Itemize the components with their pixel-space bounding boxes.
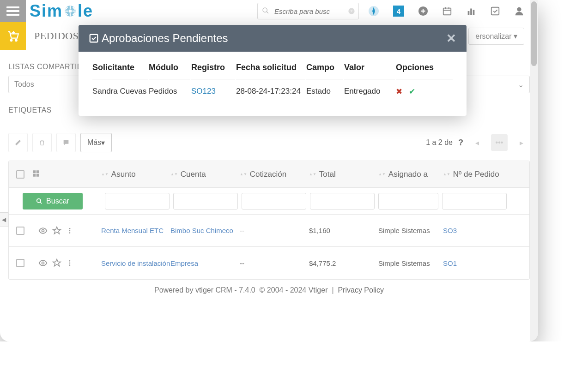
pagination-count[interactable]: ? xyxy=(458,138,463,148)
toolbar: Más ▾ 1 a 2 de ? ◂ ••• ▸ xyxy=(8,133,530,152)
filter-asignado[interactable] xyxy=(378,193,438,209)
th-valor: Valor xyxy=(344,63,395,79)
sort-icon[interactable]: ▲▼ xyxy=(443,173,450,176)
module-icon[interactable] xyxy=(0,22,26,50)
caret-down-icon: ▾ xyxy=(101,138,105,147)
sort-icon[interactable]: ▲▼ xyxy=(309,173,316,176)
scrollbar[interactable] xyxy=(530,0,538,341)
preview-icon[interactable] xyxy=(38,258,48,268)
chevron-down-icon: ⌄ xyxy=(518,80,524,89)
svg-point-41 xyxy=(69,263,71,264)
row-checkbox[interactable] xyxy=(16,227,24,235)
close-icon[interactable]: ✕ xyxy=(446,31,456,46)
search-button[interactable]: Buscar xyxy=(23,193,83,209)
cell-cotizacion: -- xyxy=(240,227,309,234)
cell-pedido[interactable]: SO3 xyxy=(443,227,512,234)
cell-modulo: Pedidos xyxy=(149,80,190,96)
reject-icon[interactable]: ✖ xyxy=(396,87,402,96)
breadcrumb-module[interactable]: PEDIDOS xyxy=(34,30,79,42)
approvals-icon[interactable] xyxy=(490,6,500,16)
row-checkbox[interactable] xyxy=(16,259,24,267)
sort-icon[interactable]: ▲▼ xyxy=(378,173,386,176)
menu-toggle[interactable] xyxy=(0,0,26,22)
collapse-sidebar-tab[interactable]: ◀ xyxy=(0,212,8,227)
th-registro: Registro xyxy=(191,63,235,79)
app-window: Simle 4 xyxy=(0,0,538,341)
user-icon[interactable] xyxy=(514,6,524,16)
page-jump-button[interactable]: ••• xyxy=(491,134,508,151)
search-input[interactable] xyxy=(257,3,359,19)
svg-rect-15 xyxy=(443,8,451,15)
svg-point-10 xyxy=(263,8,267,12)
table-row: Servicio de instalación Empresa -- $4,77… xyxy=(9,247,529,279)
cell-registro[interactable]: SO123 xyxy=(191,80,235,96)
data-table: ▲▼Asunto ▲▼Cuenta ▲▼Cotización ▲▼Total ▲… xyxy=(8,161,530,280)
sort-icon[interactable]: ▲▼ xyxy=(170,173,178,176)
filter-pedido[interactable] xyxy=(442,193,507,209)
search-dropdown-icon[interactable] xyxy=(348,7,355,15)
filter-asunto[interactable] xyxy=(105,193,170,209)
svg-rect-1 xyxy=(70,6,71,9)
cell-cuenta[interactable]: Empresa xyxy=(170,259,240,267)
svg-line-34 xyxy=(40,202,42,203)
prev-page-button[interactable]: ◂ xyxy=(469,134,485,151)
svg-rect-2 xyxy=(70,13,71,17)
star-icon[interactable] xyxy=(52,258,61,268)
top-icons: 4 xyxy=(368,6,524,17)
compass-icon[interactable] xyxy=(368,6,379,17)
comment-button[interactable] xyxy=(56,133,76,152)
cell-valor: Entregado xyxy=(344,80,395,96)
th-solicitante: Solicitante xyxy=(92,63,148,79)
add-icon[interactable] xyxy=(418,6,428,16)
search-icon xyxy=(262,7,269,14)
svg-rect-31 xyxy=(33,174,36,176)
notification-badge[interactable]: 4 xyxy=(393,6,404,17)
more-vert-icon[interactable] xyxy=(66,226,73,235)
filter-cotizacion[interactable] xyxy=(242,193,306,209)
cell-asunto[interactable]: Servicio de instalación xyxy=(101,259,170,267)
cell-campo: Estado xyxy=(306,80,343,96)
modal-body: Solicitante Módulo Registro Fecha solici… xyxy=(79,52,467,116)
svg-point-38 xyxy=(69,232,71,233)
svg-rect-25 xyxy=(491,7,499,15)
star-icon[interactable] xyxy=(52,226,61,235)
svg-point-28 xyxy=(15,40,17,42)
approval-row: Sandra Cuevas Pedidos SO123 28-08-24-17:… xyxy=(92,80,453,96)
breadcrumb: PEDIDOS › xyxy=(34,30,85,42)
cell-fecha: 28-08-24-17:23:24 xyxy=(236,80,305,96)
filter-row: Buscar xyxy=(9,188,529,215)
svg-point-26 xyxy=(517,7,521,12)
cell-asignado: Simple Sistemas xyxy=(378,259,443,267)
svg-rect-24 xyxy=(473,10,475,15)
edit-button[interactable] xyxy=(8,133,28,152)
calendar-icon[interactable] xyxy=(442,6,452,16)
chart-icon[interactable] xyxy=(466,6,476,16)
svg-point-42 xyxy=(69,264,71,266)
cell-asunto[interactable]: Renta Mensual ETC xyxy=(101,227,170,234)
svg-rect-4 xyxy=(73,11,76,12)
cell-pedido[interactable]: SO1 xyxy=(443,259,512,267)
grid-view-icon[interactable] xyxy=(32,169,40,178)
select-all-checkbox[interactable] xyxy=(16,170,24,179)
table-row: Renta Mensual ETC Bimbo Suc Chimeco -- $… xyxy=(9,215,529,247)
cell-total: $4,775.2 xyxy=(309,259,378,267)
scrollbar-thumb[interactable] xyxy=(531,1,537,66)
more-vert-icon[interactable] xyxy=(66,258,73,268)
delete-button[interactable] xyxy=(32,133,52,152)
preview-icon[interactable] xyxy=(38,226,48,235)
privacy-link[interactable]: Privacy Policy xyxy=(338,286,384,294)
filter-cuenta[interactable] xyxy=(173,193,238,209)
next-page-button[interactable]: ▸ xyxy=(513,134,530,151)
svg-point-27 xyxy=(11,40,12,42)
sort-icon[interactable]: ▲▼ xyxy=(101,173,109,176)
svg-rect-32 xyxy=(36,174,39,176)
personalize-button[interactable]: ersonalizar ▾ xyxy=(468,28,524,45)
sort-icon[interactable]: ▲▼ xyxy=(240,173,247,176)
more-button[interactable]: Más ▾ xyxy=(80,133,112,152)
filter-total[interactable] xyxy=(310,193,375,209)
cell-cuenta[interactable]: Bimbo Suc Chimeco xyxy=(170,227,240,234)
hamburger-icon xyxy=(6,5,19,18)
approve-icon[interactable]: ✔ xyxy=(409,87,415,96)
cell-cotizacion: -- xyxy=(240,259,309,267)
checkbox-icon xyxy=(89,33,99,43)
